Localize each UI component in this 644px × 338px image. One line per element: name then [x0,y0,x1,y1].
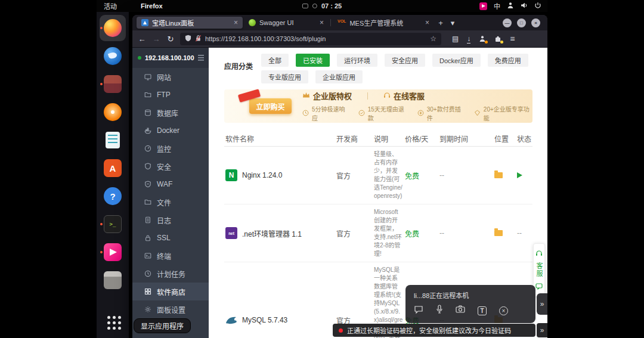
microphone-icon[interactable] [436,305,443,317]
running-status-icon[interactable] [517,172,522,178]
tab-bt-panel[interactable]: 宝塔Linux面板 × [137,17,243,29]
status-cell: -- [517,229,532,237]
software-center-icon: A [104,159,122,177]
sidebar-item-database[interactable]: 数据库 [132,104,209,122]
app-name[interactable]: .net环境管理器 1.1 [242,228,302,238]
url-text[interactable]: https://192.168.100.100:37303/soft/plugi… [205,35,426,42]
input-method-indicator[interactable]: 中 [494,1,500,11]
table-row-nginx[interactable]: NNginx 1.24.0 官方 轻量级、占有内存少，并发能力强(可选Tengi… [224,147,532,204]
security-notice-bar[interactable]: 正通过长期验证码被控，安全级别低建议改为今日验证码 [333,324,535,337]
sidebar-item-cron[interactable]: 计划任务 [132,265,209,283]
notice-expand-button[interactable]: » [537,323,547,337]
activities-button[interactable]: 活动 [104,1,117,11]
minimize-button[interactable]: — [503,18,512,27]
filter-all[interactable]: 全部 [261,54,289,67]
sidebar-item-waf[interactable]: WAF [132,175,209,193]
dock-item-media-player[interactable] [100,99,126,125]
price-cell: 免费 [405,228,439,238]
filter-enterprise[interactable]: 企业版应用 [315,70,363,83]
filter-pro[interactable]: 专业版应用 [261,70,308,83]
sidebar-item-docker[interactable]: Docker [132,122,209,139]
download-icon[interactable]: ↓ [467,35,470,43]
app-name[interactable]: Nginx 1.24.0 [242,171,282,179]
dock-item-thunderbird[interactable] [100,43,126,69]
clock-area[interactable]: 07 : 25 [302,2,342,10]
reload-button[interactable]: ↻ [166,35,175,44]
dock-item-remote-desktop[interactable] [100,239,126,265]
url-bar[interactable]: https://192.168.100.100:37303/soft/plugi… [180,33,441,45]
files-icon [104,75,122,93]
menu-icon[interactable]: ≡ [510,34,515,44]
check-circle-icon [358,110,365,117]
dotnet-icon: net [225,227,237,239]
tab-mes[interactable]: VOL MES生产管理系统 × [333,17,434,29]
filter-installed[interactable]: 已安装 [296,54,330,67]
sidebar-item-monitor[interactable]: 监控 [132,139,209,157]
account-icon[interactable] [479,35,486,42]
restore-button[interactable]: □ [517,18,526,27]
buy-now-button[interactable]: 立即购买 [249,98,292,114]
sidebar-item-settings[interactable]: 面板设置 [132,300,209,318]
filter-docker[interactable]: Docker应用 [432,54,481,67]
sidebar-menu-icon[interactable] [198,55,204,61]
navigation-toolbar: ← → ↻ https://192.168.100.100:37303/soft… [132,30,547,48]
filter-runtime[interactable]: 运行环境 [337,54,377,67]
app-name[interactable]: MySQL 5.7.43 [242,316,287,324]
back-button[interactable]: ← [137,35,147,44]
dock-item-text-editor[interactable] [100,127,126,153]
extensions-icon[interactable] [494,35,501,42]
power-icon[interactable] [534,2,541,10]
sidebar-item-files[interactable]: 文件 [132,193,209,211]
show-applications-button[interactable] [100,308,126,334]
folder-icon[interactable] [494,230,503,236]
dock-item-firefox[interactable] [100,15,126,41]
tab-close-icon[interactable]: × [425,18,429,27]
tracking-protection-shield-icon[interactable] [185,35,191,43]
folder-icon[interactable] [494,172,503,178]
camera-icon[interactable] [456,305,465,316]
chat-icon[interactable] [414,305,423,317]
filter-free[interactable]: 免费应用 [488,54,528,67]
remote-bar-expand-button[interactable]: » [537,293,547,315]
list-all-tabs-button[interactable]: ▾ [447,17,459,29]
filter-row-1: 全部 已安装 运行环境 安全应用 Docker应用 免费应用 [261,54,528,67]
insecure-lock-icon[interactable] [195,35,202,43]
remote-desktop-tray-icon[interactable] [479,2,487,10]
coin-icon [417,110,424,117]
tab-swagger[interactable]: Swagger UI × [244,17,329,29]
media-player-icon [104,103,122,121]
tab-close-icon[interactable]: × [320,18,324,27]
focused-app-menu[interactable]: Firefox [141,2,163,10]
accessibility-icon[interactable] [507,2,514,10]
filter-security[interactable]: 安全应用 [385,54,425,67]
library-icon[interactable]: ▤ [452,35,459,43]
mes-favicon: VOL [338,19,346,26]
dock-item-terminal[interactable]: >_ [100,211,126,237]
sidebar-item-security[interactable]: 安全 [132,157,209,175]
end-session-icon[interactable]: × [499,306,508,315]
sidebar-item-logs[interactable]: 日志 [132,211,209,229]
expire-cell: -- [439,171,494,179]
sidebar-item-terminal[interactable]: 终端 [132,247,209,265]
extensions-badge [500,41,503,44]
tab-close-icon[interactable]: × [234,18,238,27]
notification-indicator-icon [312,4,317,8]
dock-item-software-center[interactable]: A [100,155,126,181]
dock-item-archive-manager[interactable] [100,267,126,293]
text-tool-icon[interactable]: T [478,306,487,315]
remote-control-bar[interactable]: li...88正在远程本机 T × [405,285,535,323]
sidebar-item-ssl[interactable]: SSL [132,229,209,247]
close-window-button[interactable]: × [531,18,540,27]
table-row-dotnet[interactable]: net.net环境管理器 1.1 官方 Microsoft创建的开发框架，支持.… [224,204,532,262]
clock[interactable]: 07 : 25 [321,2,342,10]
dock-item-help[interactable]: ? [100,183,126,209]
dock-item-files[interactable] [100,71,126,97]
forward-button[interactable]: → [151,35,161,44]
sidebar-item-website[interactable]: 网站 [132,68,209,86]
sidebar-item-ftp[interactable]: FTP [132,86,209,104]
sidebar-item-app-store[interactable]: 软件商店 [132,283,209,300]
bookmark-star-icon[interactable]: ☆ [430,35,436,43]
new-tab-button[interactable]: + [435,17,447,29]
server-info-header[interactable]: 192.168.100.100 [132,48,209,68]
volume-icon[interactable] [521,2,528,10]
